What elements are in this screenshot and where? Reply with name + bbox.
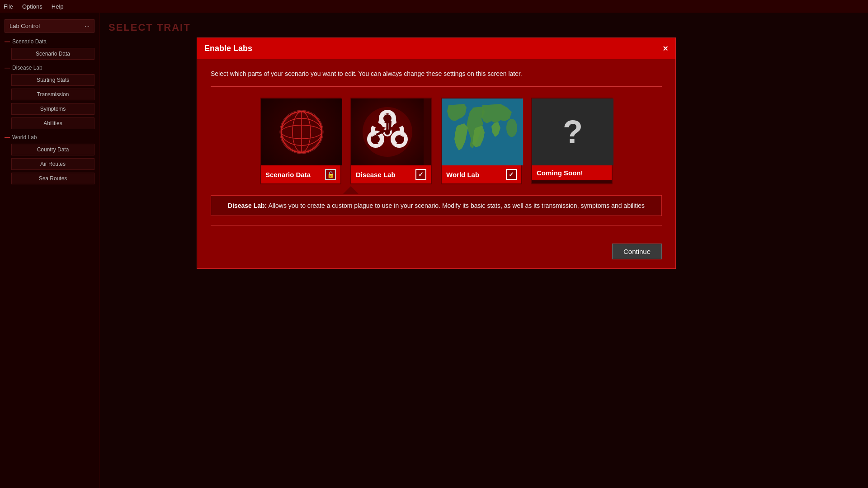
modal-title: Enable Labs	[204, 44, 252, 53]
content-area: SELECT TRAIT Enable Labs × Select which …	[99, 13, 868, 488]
card-scenario-data-label: Scenario Data	[265, 171, 311, 178]
modal-top-divider	[211, 86, 662, 87]
section-scenario-data: — Scenario Data	[0, 35, 99, 47]
modal-description: Select which parts of your scenario you …	[211, 70, 662, 77]
modal-header: Enable Labs ×	[197, 38, 675, 59]
disease-lab-check-icon: ✓	[415, 169, 426, 180]
info-box-label: Disease Lab:	[228, 202, 267, 209]
coming-soon-image: ?	[532, 99, 613, 165]
card-disease-lab[interactable]: Disease Lab ✓	[350, 98, 432, 184]
world-lab-check-icon: ✓	[506, 169, 517, 180]
card-world-lab[interactable]: World Lab ✓	[441, 98, 522, 184]
info-box-text: Disease Lab: Allows you to create a cust…	[220, 202, 652, 209]
tooltip-arrow-container	[211, 186, 662, 195]
card-disease-lab-label: Disease Lab	[356, 171, 396, 178]
sidebar-item-symptoms[interactable]: Symptoms	[11, 103, 94, 115]
lab-control-button[interactable]: Lab Control ···	[5, 19, 94, 33]
svg-point-16	[372, 135, 380, 143]
enable-labs-modal: Enable Labs × Select which parts of your…	[197, 38, 676, 269]
sidebar-item-abilities[interactable]: Abilities	[11, 117, 94, 129]
svg-point-15	[395, 135, 403, 143]
question-mark-icon: ?	[563, 113, 583, 150]
sidebar-item-scenario-data[interactable]: Scenario Data	[11, 48, 94, 60]
svg-point-21	[506, 119, 517, 137]
card-scenario-data-footer: Scenario Data 🔒	[261, 165, 340, 183]
card-coming-soon[interactable]: ? Coming Soon!	[531, 98, 613, 184]
globe-icon	[279, 109, 324, 155]
modal-footer: Continue	[197, 244, 675, 268]
modal-bottom-divider	[211, 225, 662, 225]
sidebar-item-starting-stats[interactable]: Starting Stats	[11, 74, 94, 86]
sidebar-item-transmission[interactable]: Transmission	[11, 89, 94, 100]
disease-lab-image	[351, 99, 424, 165]
scenario-data-image	[261, 99, 342, 165]
card-world-lab-footer: World Lab ✓	[442, 165, 521, 183]
section-world-lab: — World Lab	[0, 131, 99, 142]
card-world-lab-label: World Lab	[446, 171, 479, 178]
modal-close-button[interactable]: ×	[663, 43, 668, 54]
lock-icon: 🔒	[325, 169, 336, 180]
card-coming-soon-footer: Coming Soon!	[532, 165, 612, 180]
menu-file[interactable]: File	[4, 3, 13, 10]
world-map-icon	[442, 99, 523, 165]
info-box-description: Allows you to create a custom plague to …	[268, 202, 645, 209]
sidebar: Lab Control ··· — Scenario Data Scenario…	[0, 13, 99, 488]
menu-bar: File Options Help	[0, 0, 868, 13]
tooltip-arrow	[343, 186, 359, 194]
sidebar-item-sea-routes[interactable]: Sea Routes	[11, 173, 94, 184]
modal-body: Select which parts of your scenario you …	[197, 59, 675, 244]
card-disease-lab-footer: Disease Lab ✓	[351, 165, 431, 183]
world-lab-image	[442, 99, 523, 165]
menu-help[interactable]: Help	[52, 3, 64, 10]
sidebar-item-air-routes[interactable]: Air Routes	[11, 158, 94, 170]
info-box: Disease Lab: Allows you to create a cust…	[211, 195, 662, 216]
menu-options[interactable]: Options	[22, 3, 42, 10]
card-coming-soon-label: Coming Soon!	[537, 169, 583, 177]
main-layout: Lab Control ··· — Scenario Data Scenario…	[0, 13, 868, 488]
section-disease-lab: — Disease Lab	[0, 61, 99, 73]
card-scenario-data[interactable]: Scenario Data 🔒	[260, 98, 341, 184]
biohazard-icon	[360, 105, 415, 159]
sidebar-item-country-data[interactable]: Country Data	[11, 144, 94, 155]
lab-cards-row: Scenario Data 🔒	[211, 98, 662, 184]
continue-button[interactable]: Continue	[612, 244, 662, 259]
